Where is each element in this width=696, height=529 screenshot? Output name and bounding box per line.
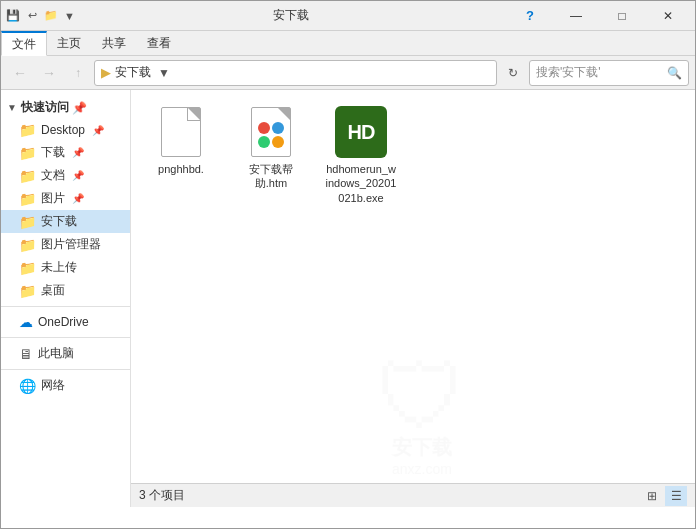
watermark-url: anxz.com [377, 461, 467, 477]
sidebar-item-not-uploaded[interactable]: 📁 未上传 [1, 256, 130, 279]
view-list-button[interactable]: ☰ [665, 486, 687, 506]
sidebar-divider-2 [1, 337, 130, 338]
address-folder-icon: ▶ [101, 65, 111, 80]
sidebar-label-onedrive: OneDrive [38, 315, 89, 329]
onedrive-icon: ☁ [19, 314, 33, 330]
hd-text: HD [348, 121, 375, 144]
window-title: 安下载 [75, 7, 507, 24]
sidebar-item-desktop[interactable]: 📁 Desktop 📌 [1, 119, 130, 141]
title-dropdown-icon[interactable]: ▼ [64, 10, 75, 22]
not-uploaded-folder-icon: 📁 [19, 260, 36, 276]
downloads-folder-icon: 📁 [19, 145, 36, 161]
tab-file[interactable]: 文件 [1, 31, 47, 56]
file-icon-pnghhbd [155, 106, 207, 158]
sidebar-label-not-uploaded: 未上传 [41, 259, 77, 276]
documents-pin-icon: 📌 [72, 170, 84, 181]
sidebar-label-desktop2: 桌面 [41, 282, 65, 299]
view-tiles-button[interactable]: ⊞ [641, 486, 663, 506]
refresh-button[interactable]: ↻ [500, 60, 526, 86]
sidebar-label-network: 网络 [41, 377, 65, 394]
htm-circles [258, 122, 284, 148]
documents-folder-icon: 📁 [19, 168, 36, 184]
address-dropdown[interactable]: ▼ [155, 66, 173, 80]
circle-orange [272, 136, 284, 148]
doc-icon [161, 107, 201, 157]
ribbon-tabs: 文件 主页 共享 查看 [1, 31, 695, 55]
sidebar-label-anzaixia: 安下载 [41, 213, 77, 230]
sidebar-item-computer[interactable]: 🖥 此电脑 [1, 342, 130, 365]
file-label-exe: hdhomerun_windows_20201021b.exe [325, 162, 397, 205]
view-toggle: ⊞ ☰ [641, 486, 687, 506]
window-controls: ? — □ ✕ [507, 1, 691, 31]
watermark: 🛡 安下载 anxz.com [377, 346, 467, 477]
quick-access-label: 快速访问 [21, 99, 69, 116]
forward-button[interactable]: → [36, 60, 62, 86]
pictures-folder-icon: 📁 [19, 191, 36, 207]
desktop-pin-icon: 📌 [92, 125, 104, 136]
sidebar-divider-1 [1, 306, 130, 307]
file-label-pnghhbd: pnghhbd. [158, 162, 204, 176]
minimize-button[interactable]: — [553, 1, 599, 31]
title-bar-icons: 💾 ↩ 📁 ▼ [5, 8, 75, 24]
pictures-pin-icon: 📌 [72, 193, 84, 204]
maximize-button[interactable]: □ [599, 1, 645, 31]
doc-corner [188, 108, 200, 120]
watermark-shield: 🛡 [377, 346, 467, 449]
sidebar-item-documents[interactable]: 📁 文档 📌 [1, 164, 130, 187]
downloads-pin-icon: 📌 [72, 147, 84, 158]
sidebar-label-desktop: Desktop [41, 123, 85, 137]
close-button[interactable]: ✕ [645, 1, 691, 31]
address-text: 安下载 [115, 64, 151, 81]
sidebar-label-pictures: 图片 [41, 190, 65, 207]
circle-red [258, 122, 270, 134]
computer-icon: 🖥 [19, 346, 33, 362]
hd-icon: HD [335, 106, 387, 158]
sidebar-label-computer: 此电脑 [38, 345, 74, 362]
sidebar-label-picture-manager: 图片管理器 [41, 236, 101, 253]
up-button[interactable]: ↑ [65, 60, 91, 86]
status-count: 3 个项目 [139, 487, 185, 504]
picture-manager-folder-icon: 📁 [19, 237, 36, 253]
sidebar-item-pictures[interactable]: 📁 图片 📌 [1, 187, 130, 210]
tab-share[interactable]: 共享 [92, 31, 137, 55]
sidebar-item-desktop2[interactable]: 📁 桌面 [1, 279, 130, 302]
status-bar: 3 个项目 ⊞ ☰ [131, 483, 695, 507]
network-icon: 🌐 [19, 378, 36, 394]
sidebar-item-picture-manager[interactable]: 📁 图片管理器 [1, 233, 130, 256]
desktop-folder-icon: 📁 [19, 122, 36, 138]
anzaixia-folder-icon: 📁 [19, 214, 36, 230]
circle-green [258, 136, 270, 148]
file-item-pnghhbd[interactable]: pnghhbd. [141, 100, 221, 211]
help-button[interactable]: ? [507, 1, 553, 31]
sidebar-item-onedrive[interactable]: ☁ OneDrive [1, 311, 130, 333]
sidebar-divider-3 [1, 369, 130, 370]
sidebar-label-downloads: 下载 [41, 144, 65, 161]
file-item-exe[interactable]: HD hdhomerun_windows_20201021b.exe [321, 100, 401, 211]
sidebar-label-documents: 文档 [41, 167, 65, 184]
search-label: 搜索'安下载' [536, 64, 663, 81]
htm-icon [251, 107, 291, 157]
nav-bar: ← → ↑ ▶ 安下载 ▼ ↻ 搜索'安下载' 🔍 [1, 56, 695, 90]
tab-home[interactable]: 主页 [47, 31, 92, 55]
tab-view[interactable]: 查看 [137, 31, 182, 55]
content-area: 🛡 安下载 anxz.com pnghhbd. [131, 90, 695, 507]
sidebar-item-downloads[interactable]: 📁 下载 📌 [1, 141, 130, 164]
quick-access-chevron: ▼ [7, 102, 17, 113]
quick-access-header[interactable]: ▼ 快速访问 📌 [1, 96, 130, 119]
search-icon[interactable]: 🔍 [667, 66, 682, 80]
file-icon-exe: HD [335, 106, 387, 158]
circle-blue [272, 122, 284, 134]
search-bar[interactable]: 搜索'安下载' 🔍 [529, 60, 689, 86]
undo-icon: ↩ [24, 8, 40, 24]
back-button[interactable]: ← [7, 60, 33, 86]
address-bar[interactable]: ▶ 安下载 ▼ [94, 60, 497, 86]
sidebar: ▼ 快速访问 📌 📁 Desktop 📌 📁 下载 📌 📁 文档 📌 📁 [1, 90, 131, 507]
file-icon-htm [245, 106, 297, 158]
file-grid: pnghhbd. [141, 100, 685, 211]
main-layout: ▼ 快速访问 📌 📁 Desktop 📌 📁 下载 📌 📁 文档 📌 📁 [1, 90, 695, 507]
desktop2-folder-icon: 📁 [19, 283, 36, 299]
file-item-htm[interactable]: 安下载帮助.htm [231, 100, 311, 211]
sidebar-item-network[interactable]: 🌐 网络 [1, 374, 130, 397]
sidebar-item-anzaixia[interactable]: 📁 安下载 [1, 210, 130, 233]
file-label-htm: 安下载帮助.htm [249, 162, 293, 191]
